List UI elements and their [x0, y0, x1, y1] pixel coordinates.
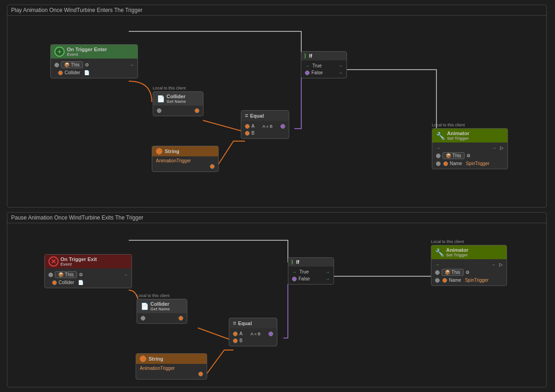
if-true-out-top: →: [338, 63, 343, 68]
anim-this-field-bot[interactable]: 📦 This: [442, 269, 464, 276]
if-cond-port-bot: [292, 277, 297, 281]
if-exec-in-bot: →: [292, 269, 297, 274]
anim-settings-icon-bot: ⚙: [465, 270, 470, 275]
animator-icon-bot: 🔧: [435, 248, 444, 257]
if-false-out-top: →: [338, 70, 343, 75]
anim-this-field-top[interactable]: 📦 This: [442, 152, 465, 159]
panel2-title: Pause Animation Once WindTurbine Exits T…: [7, 213, 546, 223]
this-field[interactable]: 📦 This: [61, 61, 83, 68]
on-trigger-enter-label: On Trigger Enter: [67, 47, 107, 52]
anim-exec-arrow-bot: ▷: [499, 262, 503, 267]
collider-port: [58, 71, 63, 75]
anim-package-icon-top: 📦: [446, 153, 451, 158]
package-icon: 📦: [64, 62, 70, 67]
this-settings-icon2: ⚙: [79, 272, 83, 277]
collider-out-port-top: [195, 108, 199, 113]
eq-a-port-bot: [233, 332, 238, 336]
string-header-top: String: [152, 146, 218, 156]
panel1-title: Play Animation Once WindTurbine Enters T…: [7, 5, 546, 16]
eq-out-port-bot: [269, 332, 273, 336]
eq-b-label-top: B: [251, 131, 255, 136]
collider-getname-header-top: 📄 Collider Get Name: [153, 92, 203, 106]
anim-this-circle-top: [436, 154, 441, 158]
if-false-out-bot: →: [325, 276, 330, 281]
package-icon2: 📦: [58, 272, 64, 277]
collider-icon: 📄: [84, 70, 90, 75]
anim-name-label-top: Name: [450, 161, 462, 166]
string-type-top: String: [165, 148, 179, 154]
eq-ab-top: A = B: [257, 124, 279, 129]
equal-label-bot: Equal: [238, 321, 252, 326]
if-true-out-bot: →: [325, 269, 330, 274]
animator-local-label-bot: Local to this client: [431, 239, 464, 244]
anim-package-icon-bot: 📦: [445, 270, 450, 275]
anim-this-circle-bot: [435, 270, 440, 275]
this-port-out: [54, 63, 59, 67]
exec-out-arrow: →: [129, 62, 134, 67]
eq-b-port-bot: [233, 339, 238, 343]
eq-out-port-top: [280, 124, 285, 129]
if-icon-bot: ⟩: [291, 259, 293, 265]
if-exec-in-top: →: [305, 63, 310, 68]
graph-area: Play Animation Once WindTurbine Enters T…: [0, 0, 555, 392]
animator-header-top: 🔧 Animator Set Trigger: [432, 129, 507, 143]
anim-this-label-top: This: [453, 153, 461, 158]
string-value-bot: AnimationTrigger: [140, 366, 203, 371]
if-header-top: ⟩ If: [301, 52, 346, 60]
animator-title-top: Animator: [447, 131, 469, 136]
if-false-label-top: False: [311, 70, 322, 75]
eq-b-label-bot: B: [239, 338, 243, 343]
eq-a-port-top: [245, 124, 250, 129]
equal-header-bot: = Equal: [229, 318, 277, 328]
animator-node-top: Local to this client 🔧 Animator Set Trig…: [432, 123, 465, 128]
this-label: This: [71, 62, 80, 67]
this-label2: This: [65, 272, 74, 277]
this-field2[interactable]: 📦 This: [55, 271, 77, 278]
if-header-bot: ⟩ If: [288, 258, 334, 267]
eq-b-port-top: [245, 131, 250, 136]
anim-name-label-bot: Name: [449, 278, 461, 283]
animator-icon-top: 🔧: [436, 131, 445, 140]
collider-getname-sub-top: Get Name: [167, 99, 186, 104]
on-trigger-exit-header: ✕ On Trigger Exit Event: [45, 255, 131, 268]
local-label-bot: Local to this client: [137, 293, 170, 298]
on-trigger-exit-sub: Event: [60, 262, 97, 267]
collider-port2: [52, 280, 57, 285]
anim-name-value-top: SpinTrigger: [466, 161, 489, 166]
this-port-out2: [48, 273, 53, 277]
anim-name-port-bot: [442, 278, 447, 283]
panel2: Pause Animation Once WindTurbine Exits T…: [7, 212, 547, 387]
equal-label-top: Equal: [250, 113, 264, 119]
collider-getname-node-top: Local to this client 📄 Collider Get Name: [153, 86, 186, 91]
this-settings-icon: ⚙: [85, 62, 89, 67]
on-trigger-enter-header: + On Trigger Enter Event: [51, 45, 137, 59]
equal-icon-bot: =: [233, 320, 236, 327]
eq-a-label-bot: A: [239, 331, 243, 336]
anim-exec-out-bot: →: [491, 262, 495, 267]
animator-header-bot: 🔧 Animator Set Trigger: [431, 245, 507, 259]
collider-label: Collider: [65, 70, 80, 75]
collider-getname-node-bot: Local to this client 📄 Collider Get Name: [137, 293, 170, 299]
if-label-bot: If: [296, 259, 299, 265]
animator-local-label-top: Local to this client: [432, 123, 465, 127]
doc-icon-bot: 📄: [141, 303, 149, 310]
anim-name-port-top: [443, 161, 448, 166]
anim-name-value-bot: SpinTrigger: [465, 278, 489, 283]
collider-getname-title-top: Collider: [167, 94, 186, 99]
collider-out-port-bot: [179, 316, 183, 321]
anim-settings-icon-top: ⚙: [466, 153, 471, 158]
string-type-bot: String: [149, 356, 163, 362]
collider-getname-title-bot: Collider: [150, 301, 170, 307]
string-circle-top: [156, 148, 162, 154]
eq-ab-bot: A = B: [245, 332, 267, 336]
anim-exec-in-top: →: [436, 145, 441, 150]
anim-name-circle-bot: [435, 278, 440, 283]
string-out-port-bot: [198, 372, 203, 376]
doc-icon-top: 📄: [157, 95, 165, 102]
equal-icon-top: =: [245, 113, 248, 119]
if-label-top: If: [309, 53, 312, 59]
animator-title-bot: Animator: [446, 247, 468, 253]
anim-this-label-bot: This: [452, 270, 460, 275]
collider-getname-sub-bot: Get Name: [150, 307, 170, 311]
string-out-port-top: [210, 164, 215, 169]
